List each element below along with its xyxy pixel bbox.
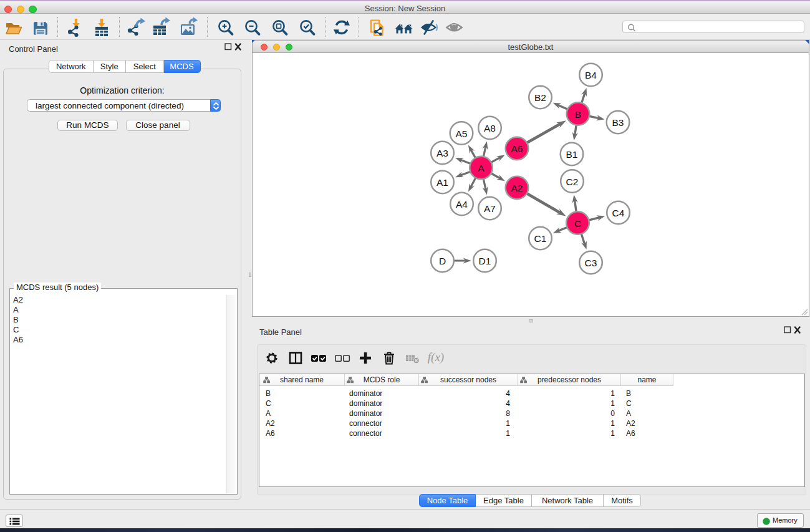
- svg-text:A6: A6: [511, 143, 523, 154]
- svg-text:B2: B2: [534, 92, 546, 103]
- svg-text:C2: C2: [566, 177, 579, 187]
- svg-text:A1: A1: [436, 177, 448, 188]
- svg-text:A8: A8: [484, 123, 496, 133]
- svg-text:D: D: [439, 256, 446, 266]
- svg-text:A: A: [478, 163, 485, 173]
- svg-text:B: B: [575, 109, 581, 120]
- svg-text:A2: A2: [511, 183, 523, 193]
- svg-text:B1: B1: [566, 149, 578, 160]
- svg-text:B3: B3: [612, 117, 624, 128]
- svg-text:B4: B4: [585, 70, 597, 80]
- svg-text:A4: A4: [456, 199, 468, 210]
- svg-text:D1: D1: [479, 256, 491, 266]
- svg-text:f(x): f(x): [428, 351, 444, 364]
- svg-text:A5: A5: [456, 128, 468, 139]
- svg-text:C3: C3: [585, 258, 597, 268]
- svg-text:C4: C4: [612, 208, 625, 218]
- svg-text:C: C: [574, 218, 581, 229]
- svg-text:A7: A7: [484, 203, 496, 214]
- svg-text:C1: C1: [534, 233, 547, 244]
- svg-text:A3: A3: [436, 148, 448, 158]
